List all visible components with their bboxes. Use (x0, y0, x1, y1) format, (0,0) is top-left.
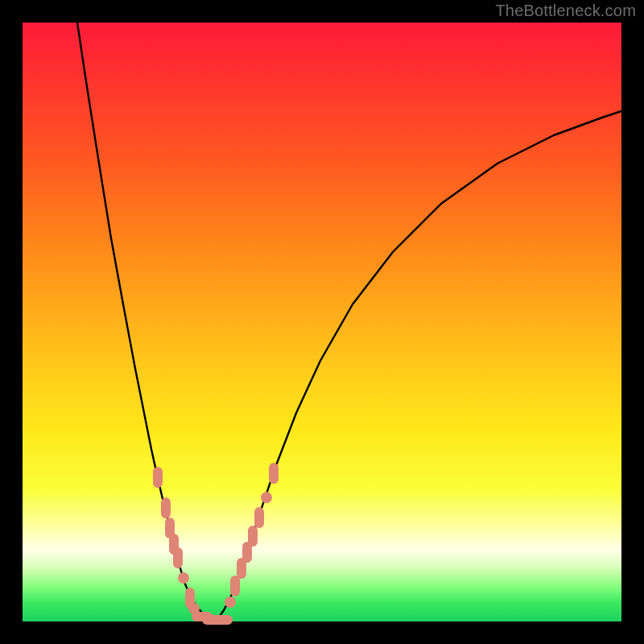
bead-icon (178, 572, 189, 584)
bead-icon (212, 615, 233, 625)
curve-left-branch (77, 23, 213, 621)
bead-icon (269, 463, 279, 484)
bead-icon (153, 467, 163, 488)
marker-layer (153, 463, 279, 625)
bead-icon (261, 492, 272, 503)
curve-layer (77, 23, 621, 621)
bead-icon (248, 526, 258, 547)
bead-icon (161, 497, 171, 518)
watermark-text: TheBottleneck.com (495, 2, 636, 20)
bead-icon (254, 507, 264, 528)
bead-icon (225, 597, 236, 608)
curve-right-branch (213, 111, 621, 621)
chart-plot-area (23, 23, 621, 621)
bead-icon (230, 576, 240, 597)
bead-icon (173, 547, 183, 568)
chart-svg (23, 23, 621, 621)
